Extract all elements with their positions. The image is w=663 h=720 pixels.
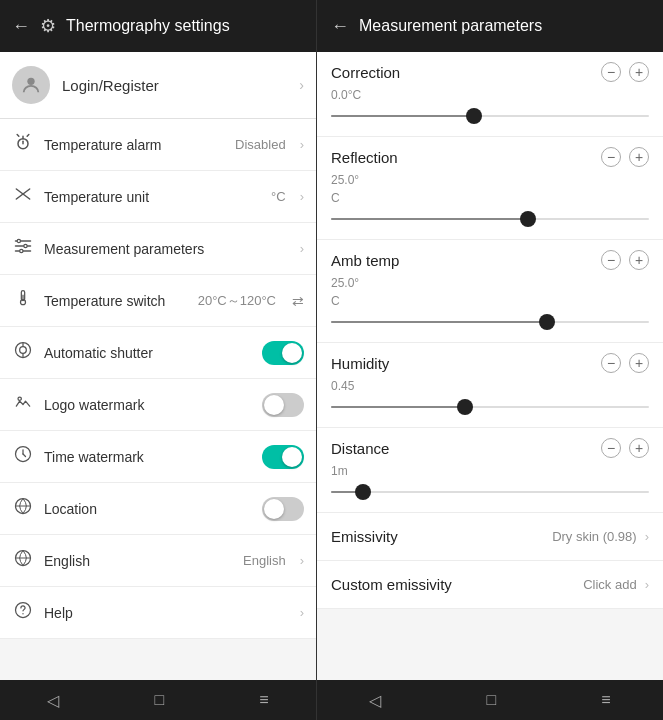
correction-slider[interactable] — [331, 106, 649, 126]
automatic-shutter-toggle[interactable] — [262, 341, 304, 365]
emissivity-row[interactable]: Emissivity Dry skin (0.98) › — [317, 513, 663, 561]
time-watermark-row[interactable]: Time watermark — [0, 431, 316, 483]
reflection-minus-button[interactable]: − — [601, 147, 621, 167]
right-panel: ← Measurement parameters Correction − + … — [317, 0, 663, 720]
language-row[interactable]: English English › — [0, 535, 316, 587]
params-icon — [12, 236, 34, 261]
custom-emissivity-value: Click add — [583, 577, 636, 592]
location-label: Location — [44, 501, 252, 517]
custom-emissivity-chevron-icon: › — [645, 577, 649, 592]
reflection-slider[interactable] — [331, 209, 649, 229]
right-nav-home[interactable]: □ — [486, 691, 496, 709]
correction-controls: − + — [601, 62, 649, 82]
amb-temp-value-1: 25.0° — [331, 276, 649, 290]
location-icon — [12, 496, 34, 521]
time-watermark-toggle[interactable] — [262, 445, 304, 469]
distance-minus-button[interactable]: − — [601, 438, 621, 458]
settings-gear-icon: ⚙ — [40, 15, 56, 37]
distance-slider[interactable] — [331, 482, 649, 502]
svg-point-10 — [20, 249, 23, 252]
logo-watermark-row[interactable]: Logo watermark — [0, 379, 316, 431]
correction-plus-button[interactable]: + — [629, 62, 649, 82]
time-watermark-label: Time watermark — [44, 449, 252, 465]
correction-row: Correction − + 0.0°C — [317, 52, 663, 137]
humidity-controls: − + — [601, 353, 649, 373]
time-icon — [12, 444, 34, 469]
emissivity-label: Emissivity — [331, 528, 544, 545]
left-settings-list: Login/Register › Temperature alarm Disab… — [0, 52, 316, 680]
amb-temp-value-2: C — [331, 294, 649, 308]
automatic-shutter-row[interactable]: Automatic shutter — [0, 327, 316, 379]
left-nav-bar: ◁ □ ≡ — [0, 680, 316, 720]
avatar — [12, 66, 50, 104]
language-chevron-icon: › — [300, 553, 304, 568]
emissivity-value: Dry skin (0.98) — [552, 529, 637, 544]
temperature-switch-label: Temperature switch — [44, 293, 188, 309]
humidity-slider[interactable] — [331, 397, 649, 417]
amb-temp-minus-button[interactable]: − — [601, 250, 621, 270]
right-items-list: Correction − + 0.0°C Reflectio — [317, 52, 663, 680]
amb-temp-slider[interactable] — [331, 312, 649, 332]
login-register-row[interactable]: Login/Register › — [0, 52, 316, 119]
measurement-params-row[interactable]: Measurement parameters › — [0, 223, 316, 275]
reflection-plus-button[interactable]: + — [629, 147, 649, 167]
temperature-alarm-chevron-icon: › — [300, 137, 304, 152]
measurement-params-chevron-icon: › — [300, 241, 304, 256]
humidity-plus-button[interactable]: + — [629, 353, 649, 373]
svg-point-27 — [22, 613, 23, 614]
distance-title: Distance — [331, 440, 389, 457]
right-back-icon[interactable]: ← — [331, 16, 349, 37]
temperature-unit-label: Temperature unit — [44, 189, 261, 205]
amb-temp-plus-button[interactable]: + — [629, 250, 649, 270]
right-nav-bar: ◁ □ ≡ — [317, 680, 663, 720]
help-icon — [12, 600, 34, 625]
left-nav-home[interactable]: □ — [154, 691, 164, 709]
svg-line-21 — [23, 454, 26, 457]
svg-point-8 — [17, 239, 20, 242]
help-label: Help — [44, 605, 290, 621]
logo-watermark-label: Logo watermark — [44, 397, 252, 413]
reflection-value-2: C — [331, 191, 649, 205]
custom-emissivity-label: Custom emissivity — [331, 576, 575, 593]
help-row[interactable]: Help › — [0, 587, 316, 639]
distance-controls: − + — [601, 438, 649, 458]
temperature-alarm-value: Disabled — [235, 137, 286, 152]
automatic-shutter-label: Automatic shutter — [44, 345, 252, 361]
left-back-icon[interactable]: ← — [12, 16, 30, 37]
location-row[interactable]: Location — [0, 483, 316, 535]
humidity-minus-button[interactable]: − — [601, 353, 621, 373]
help-chevron-icon: › — [300, 605, 304, 620]
login-chevron-icon: › — [299, 77, 304, 93]
amb-temp-controls: − + — [601, 250, 649, 270]
temperature-switch-row[interactable]: Temperature switch 20°C～120°C ⇄ — [0, 275, 316, 327]
logo-watermark-toggle[interactable] — [262, 393, 304, 417]
humidity-value: 0.45 — [331, 379, 649, 393]
left-nav-menu[interactable]: ≡ — [259, 691, 268, 709]
svg-point-0 — [27, 78, 34, 85]
correction-title: Correction — [331, 64, 400, 81]
correction-value: 0.0°C — [331, 88, 649, 102]
reflection-row: Reflection − + 25.0° C — [317, 137, 663, 240]
alarm-icon — [12, 132, 34, 157]
right-nav-menu[interactable]: ≡ — [601, 691, 610, 709]
distance-plus-button[interactable]: + — [629, 438, 649, 458]
amb-temp-row: Amb temp − + 25.0° C — [317, 240, 663, 343]
reflection-value-1: 25.0° — [331, 173, 649, 187]
left-nav-back[interactable]: ◁ — [47, 691, 59, 710]
right-title: Measurement parameters — [359, 17, 542, 35]
correction-minus-button[interactable]: − — [601, 62, 621, 82]
swap-icon: ⇄ — [292, 293, 304, 309]
left-title: Thermography settings — [66, 17, 230, 35]
right-nav-back[interactable]: ◁ — [369, 691, 381, 710]
reflection-controls: − + — [601, 147, 649, 167]
humidity-row: Humidity − + 0.45 — [317, 343, 663, 428]
location-toggle[interactable] — [262, 497, 304, 521]
temperature-alarm-row[interactable]: Temperature alarm Disabled › — [0, 119, 316, 171]
temperature-unit-row[interactable]: Temperature unit °C › — [0, 171, 316, 223]
custom-emissivity-row[interactable]: Custom emissivity Click add › — [317, 561, 663, 609]
temperature-alarm-label: Temperature alarm — [44, 137, 225, 153]
temperature-unit-value: °C — [271, 189, 286, 204]
login-label: Login/Register — [62, 77, 287, 94]
svg-point-18 — [18, 397, 21, 400]
measurement-params-label: Measurement parameters — [44, 241, 290, 257]
